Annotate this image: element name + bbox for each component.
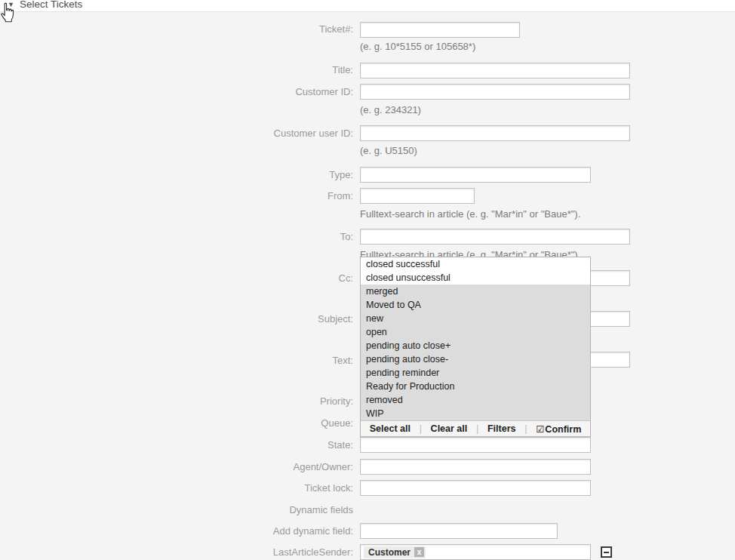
confirm-button[interactable]: ☑Confirm bbox=[536, 423, 581, 435]
ticket-number-hint: (e. g. 10*5155 or 105658*) bbox=[360, 41, 475, 53]
to-input[interactable] bbox=[360, 229, 630, 245]
field-label-to: To: bbox=[0, 231, 353, 243]
filters-button[interactable]: Filters bbox=[487, 423, 516, 434]
select-all-button[interactable]: Select all bbox=[370, 423, 411, 434]
ticket-search-page: { "header": { "title": "Select Tickets" … bbox=[0, 0, 735, 560]
customer-id-hint: (e. g. 234321) bbox=[360, 104, 421, 116]
type-input[interactable] bbox=[360, 167, 591, 183]
field-label-priority: Priority: bbox=[0, 395, 353, 408]
field-label-from: From: bbox=[0, 190, 353, 202]
checkbox-checked-icon: ☑ bbox=[536, 424, 544, 435]
state-option[interactable]: Moved to QA bbox=[361, 298, 590, 312]
customer-user-id-hint: (e. g. U5150) bbox=[360, 145, 417, 157]
separator: | bbox=[420, 423, 422, 434]
field-label-last-article-sender: LastArticleSender: bbox=[0, 546, 353, 558]
selected-value-label: Customer bbox=[368, 547, 411, 558]
minus-icon bbox=[604, 552, 609, 553]
state-option[interactable]: open bbox=[361, 325, 590, 339]
page-title: Select Tickets bbox=[20, 0, 82, 11]
field-label-text: Text: bbox=[0, 355, 353, 367]
field-label-customer-user-id: Customer user ID: bbox=[0, 128, 353, 140]
dropdown-action-bar: Select all | Clear all | Filters | ☑Conf… bbox=[361, 420, 590, 436]
field-label-add-dynamic-field: Add dynamic field: bbox=[0, 525, 353, 537]
field-label-title: Title: bbox=[0, 64, 353, 76]
state-option[interactable]: pending auto close+ bbox=[361, 339, 590, 352]
field-label-state: State: bbox=[0, 439, 353, 451]
title-input[interactable] bbox=[360, 63, 630, 78]
state-option[interactable]: closed unsuccessful bbox=[361, 271, 590, 285]
dynamic-fields-heading: Dynamic fields bbox=[0, 504, 353, 516]
widget-header[interactable]: ▼ Select Tickets bbox=[0, 0, 735, 12]
remove-dynamic-field-button[interactable] bbox=[601, 546, 612, 558]
field-label-agent-owner: Agent/Owner: bbox=[0, 461, 353, 473]
customer-id-input[interactable] bbox=[360, 84, 630, 100]
state-option[interactable]: new bbox=[361, 312, 590, 325]
separator: | bbox=[476, 423, 478, 434]
field-label-type: Type: bbox=[0, 169, 353, 181]
state-option[interactable]: pending auto close- bbox=[361, 352, 590, 366]
state-option[interactable]: merged bbox=[361, 285, 590, 298]
last-article-sender-field[interactable]: Customer x bbox=[360, 544, 591, 560]
state-option[interactable]: pending reminder bbox=[361, 366, 590, 380]
ticket-number-input[interactable] bbox=[360, 22, 520, 38]
field-label-ticket-number: Ticket#: bbox=[0, 23, 353, 35]
customer-user-id-input[interactable] bbox=[360, 125, 630, 141]
agent-owner-input[interactable] bbox=[360, 459, 591, 475]
field-label-cc: Cc: bbox=[0, 272, 353, 285]
field-label-ticket-lock: Ticket lock: bbox=[0, 482, 353, 494]
mouse-cursor-icon bbox=[0, 2, 14, 23]
state-option[interactable]: removed bbox=[361, 393, 590, 407]
field-label-subject: Subject: bbox=[0, 313, 353, 325]
state-option[interactable]: WIP bbox=[361, 407, 590, 420]
confirm-label: Confirm bbox=[545, 424, 581, 435]
field-label-queue: Queue: bbox=[0, 417, 353, 429]
separator: | bbox=[524, 423, 527, 434]
remove-tag-icon[interactable]: x bbox=[414, 547, 424, 557]
state-option[interactable]: Ready for Production bbox=[361, 380, 590, 393]
selected-value-tag: Customer x bbox=[364, 546, 426, 558]
state-dropdown-list: closed successful closed unsuccessful me… bbox=[360, 257, 591, 437]
clear-all-button[interactable]: Clear all bbox=[431, 423, 468, 434]
state-option[interactable]: closed successful bbox=[361, 257, 590, 271]
add-dynamic-field-input[interactable] bbox=[360, 523, 558, 539]
field-label-customer-id: Customer ID: bbox=[0, 86, 353, 98]
state-input[interactable] bbox=[360, 437, 591, 453]
from-hint: Fulltext-search in article (e. g. "Mar*i… bbox=[360, 208, 580, 220]
ticket-lock-input[interactable] bbox=[360, 480, 591, 496]
from-input[interactable] bbox=[360, 188, 475, 204]
